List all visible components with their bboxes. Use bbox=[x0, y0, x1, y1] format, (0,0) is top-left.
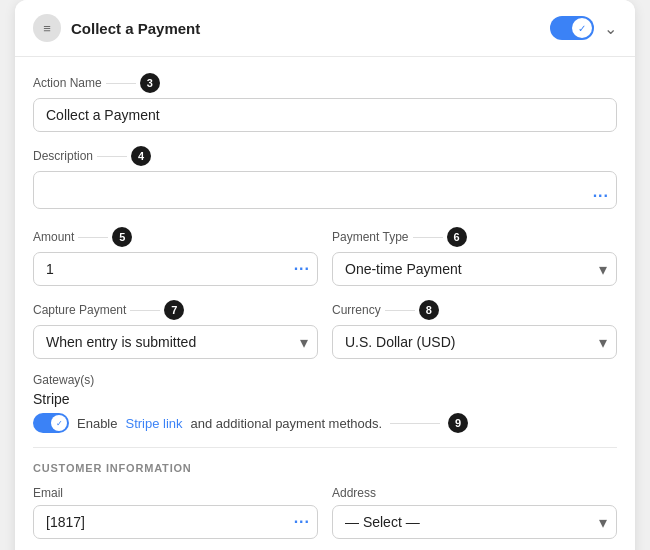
description-badge: 4 bbox=[131, 146, 151, 166]
toggle-knob: ✓ bbox=[572, 18, 592, 38]
email-input[interactable] bbox=[33, 505, 318, 539]
currency-select-wrapper: U.S. Dollar (USD) Euro (EUR) British Pou… bbox=[332, 325, 617, 359]
email-field: Email ··· bbox=[33, 486, 318, 539]
mini-toggle-knob: ✓ bbox=[51, 415, 67, 431]
gateway-name: Stripe bbox=[33, 391, 617, 407]
gateway-label: Gateway(s) bbox=[33, 373, 617, 387]
address-select-wrapper: — Select — bbox=[332, 505, 617, 539]
gateway-badge: 9 bbox=[448, 413, 468, 433]
description-area: ··· bbox=[33, 171, 617, 213]
stripe-enable-toggle[interactable]: ✓ bbox=[33, 413, 69, 433]
label-dash bbox=[106, 83, 136, 84]
action-name-badge: 3 bbox=[140, 73, 160, 93]
stripe-toggle-row: ✓ Enable Stripe link and additional paym… bbox=[33, 413, 617, 433]
header-left: ≡ Collect a Payment bbox=[33, 14, 200, 42]
action-name-field: Action Name 3 bbox=[33, 73, 617, 132]
capture-payment-field: Capture Payment 7 When entry is submitte… bbox=[33, 300, 318, 359]
address-field: Address — Select — bbox=[332, 486, 617, 539]
panel-header: ≡ Collect a Payment ✓ ⌄ bbox=[15, 0, 635, 57]
address-label-row: Address bbox=[332, 486, 617, 500]
action-name-label: Action Name bbox=[33, 76, 102, 90]
currency-label-row: Currency 8 bbox=[332, 300, 617, 320]
action-name-input[interactable] bbox=[33, 98, 617, 132]
description-dots-button[interactable]: ··· bbox=[593, 187, 609, 205]
description-field: Description 4 ··· bbox=[33, 146, 617, 213]
email-input-wrapper: ··· bbox=[33, 505, 318, 539]
email-label-row: Email bbox=[33, 486, 318, 500]
label-dash-6 bbox=[385, 310, 415, 311]
label-dash-5 bbox=[130, 310, 160, 311]
chevron-down-icon[interactable]: ⌄ bbox=[604, 19, 617, 38]
panel-title: Collect a Payment bbox=[71, 20, 200, 37]
currency-select[interactable]: U.S. Dollar (USD) Euro (EUR) British Pou… bbox=[332, 325, 617, 359]
stripe-toggle-post-label: and additional payment methods. bbox=[191, 416, 383, 431]
currency-label: Currency bbox=[332, 303, 381, 317]
menu-icon: ≡ bbox=[43, 21, 51, 36]
amount-input[interactable] bbox=[33, 252, 318, 286]
stripe-link[interactable]: Stripe link bbox=[125, 416, 182, 431]
capture-payment-badge: 7 bbox=[164, 300, 184, 320]
panel-icon: ≡ bbox=[33, 14, 61, 42]
email-label: Email bbox=[33, 486, 63, 500]
panel-body: Action Name 3 Description 4 ··· Amount bbox=[15, 57, 635, 550]
payment-type-label: Payment Type bbox=[332, 230, 409, 244]
payment-type-select-wrapper: One-time Payment Subscription bbox=[332, 252, 617, 286]
amount-label-row: Amount 5 bbox=[33, 227, 318, 247]
collect-payment-panel: ≡ Collect a Payment ✓ ⌄ Action Name 3 bbox=[15, 0, 635, 550]
amount-input-wrapper: ··· bbox=[33, 252, 318, 286]
divider bbox=[33, 447, 617, 448]
customer-info-section: CUSTOMER INFORMATION Email ··· Address bbox=[33, 462, 617, 539]
capture-payment-select[interactable]: When entry is submitted Manual bbox=[33, 325, 318, 359]
label-dash-2 bbox=[97, 156, 127, 157]
label-dash-4 bbox=[413, 237, 443, 238]
email-dots-button[interactable]: ··· bbox=[294, 513, 310, 531]
label-dash-3 bbox=[78, 237, 108, 238]
stripe-toggle-pre-label: Enable bbox=[77, 416, 117, 431]
currency-field: Currency 8 U.S. Dollar (USD) Euro (EUR) … bbox=[332, 300, 617, 359]
description-label-row: Description 4 bbox=[33, 146, 617, 166]
amount-payment-row: Amount 5 ··· Payment Type 6 One-time bbox=[33, 227, 617, 286]
address-label: Address bbox=[332, 486, 376, 500]
action-name-label-row: Action Name 3 bbox=[33, 73, 617, 93]
payment-type-label-row: Payment Type 6 bbox=[332, 227, 617, 247]
capture-select-wrapper: When entry is submitted Manual bbox=[33, 325, 318, 359]
payment-type-select[interactable]: One-time Payment Subscription bbox=[332, 252, 617, 286]
payment-type-badge: 6 bbox=[447, 227, 467, 247]
email-address-row: Email ··· Address — Select — bbox=[33, 486, 617, 539]
description-label: Description bbox=[33, 149, 93, 163]
address-select[interactable]: — Select — bbox=[332, 505, 617, 539]
amount-label: Amount bbox=[33, 230, 74, 244]
description-textarea[interactable] bbox=[33, 171, 617, 209]
customer-info-title: CUSTOMER INFORMATION bbox=[33, 462, 617, 474]
capture-currency-row: Capture Payment 7 When entry is submitte… bbox=[33, 300, 617, 359]
currency-badge: 8 bbox=[419, 300, 439, 320]
capture-payment-label: Capture Payment bbox=[33, 303, 126, 317]
capture-label-row: Capture Payment 7 bbox=[33, 300, 318, 320]
amount-field: Amount 5 ··· bbox=[33, 227, 318, 286]
payment-type-field: Payment Type 6 One-time Payment Subscrip… bbox=[332, 227, 617, 286]
gateway-section: Gateway(s) Stripe ✓ Enable Stripe link a… bbox=[33, 373, 617, 433]
panel-toggle[interactable]: ✓ bbox=[550, 16, 594, 40]
amount-dots-button[interactable]: ··· bbox=[294, 260, 310, 278]
gateway-dash bbox=[390, 423, 440, 424]
header-right: ✓ ⌄ bbox=[550, 16, 617, 40]
amount-badge: 5 bbox=[112, 227, 132, 247]
